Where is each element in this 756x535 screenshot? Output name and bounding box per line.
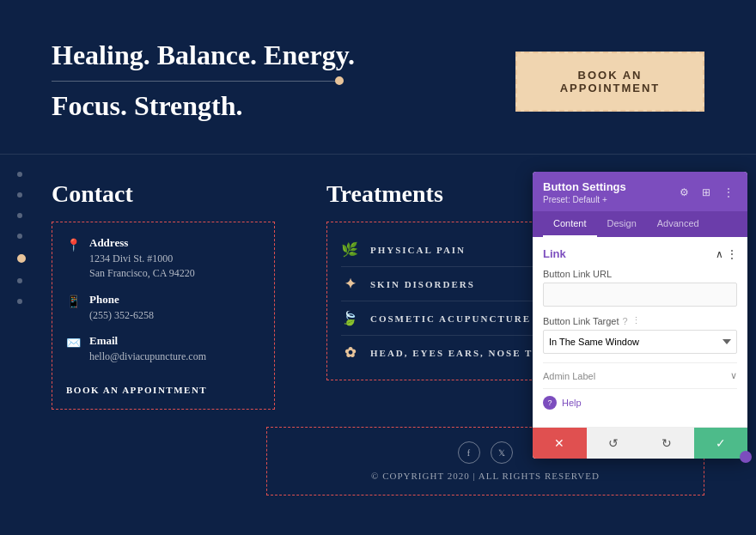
link-section-header: Link ∧ ⋮ — [543, 247, 737, 260]
redo-button[interactable]: ↻ — [640, 428, 694, 459]
phone-content: Phone (255) 352-6258 — [89, 293, 154, 323]
copyright-text: © COPYRIGHT 2020 | ALL RIGHTS RESERVED — [281, 471, 690, 481]
hero-divider — [52, 81, 344, 82]
skin-disorders-icon: ✦ — [341, 276, 360, 292]
drag-handle[interactable] — [740, 451, 752, 463]
dot-7[interactable] — [17, 299, 22, 304]
hero-title: Healing. Balance. Energy. Focus. Strengt… — [52, 38, 355, 124]
panel-tabs: Content Design Advanced — [533, 211, 747, 237]
phone-item: 📱 Phone (255) 352-6258 — [66, 293, 260, 323]
dot-1[interactable] — [17, 172, 22, 177]
button-link-target-select[interactable]: In The Same Window In A New Tab — [543, 330, 737, 354]
panel-header-icons: ⚙ ⊞ ⋮ — [675, 184, 737, 201]
button-settings-panel: Button Settings Preset: Default + ⚙ ⊞ ⋮ … — [533, 172, 747, 459]
divider-dot — [335, 76, 344, 85]
email-icon: ✉️ — [66, 336, 81, 350]
tab-advanced[interactable]: Advanced — [647, 211, 710, 237]
location-icon: 📍 — [66, 238, 81, 252]
link-section-label: Link — [543, 247, 566, 260]
panel-footer: ✕ ↺ ↻ ✓ — [533, 427, 747, 459]
dot-2[interactable] — [17, 192, 22, 198]
help-icon: ? — [543, 396, 557, 410]
admin-label-row: Admin Label ∨ — [543, 362, 737, 388]
button-link-url-input[interactable] — [543, 283, 737, 307]
chevron-down-icon[interactable]: ∨ — [730, 370, 737, 381]
address-content: Address 1234 Divi St. #1000 San Francisc… — [89, 236, 195, 281]
admin-label-text: Admin Label — [543, 371, 595, 381]
contact-box: 📍 Address 1234 Divi St. #1000 San Franci… — [52, 222, 275, 410]
expand-icon[interactable]: ⊞ — [698, 184, 715, 201]
contact-heading: Contact — [52, 180, 275, 208]
contact-book-link[interactable]: BOOK AN APPOINTMENT — [66, 376, 260, 395]
hero-section: Healing. Balance. Energy. Focus. Strengt… — [0, 0, 756, 155]
facebook-icon[interactable]: f — [458, 441, 480, 464]
help-row: ? Help — [543, 388, 737, 416]
link-section-controls: ∧ ⋮ — [716, 248, 737, 260]
panel-title: Button Settings — [543, 180, 626, 193]
button-link-url-label: Button Link URL — [543, 269, 737, 279]
twitter-icon[interactable]: 𝕏 — [491, 441, 513, 464]
button-link-target-label: Button Link Target ? ⋮ — [543, 315, 737, 326]
email-content: Email hello@diviacupuncture.com — [89, 334, 206, 364]
help-label[interactable]: Help — [562, 398, 582, 408]
chevron-up-icon[interactable]: ∧ — [716, 248, 723, 260]
panel-header: Button Settings Preset: Default + ⚙ ⊞ ⋮ — [533, 172, 747, 211]
contact-column: Contact 📍 Address 1234 Divi St. #1000 Sa… — [52, 180, 275, 410]
undo-button[interactable]: ↺ — [587, 428, 641, 459]
tab-design[interactable]: Design — [597, 211, 647, 237]
dot-3[interactable] — [17, 213, 22, 218]
cancel-button[interactable]: ✕ — [533, 428, 587, 459]
phone-icon: 📱 — [66, 295, 81, 309]
target-more-icon[interactable]: ⋮ — [631, 315, 641, 326]
head-eyes-icon: ✿ — [341, 344, 360, 361]
address-item: 📍 Address 1234 Divi St. #1000 San Franci… — [66, 236, 260, 281]
dot-6[interactable] — [17, 278, 22, 283]
panel-body: Link ∧ ⋮ Button Link URL Button Link Tar… — [533, 237, 747, 427]
dot-4[interactable] — [17, 234, 22, 239]
book-appointment-button[interactable]: BOOK AN APPOINTMENT — [515, 52, 704, 112]
dot-5-active[interactable] — [17, 254, 26, 263]
settings-icon[interactable]: ⚙ — [675, 184, 692, 201]
panel-title-area: Button Settings Preset: Default + — [543, 180, 626, 204]
cosmetic-acupuncture-icon: 🍃 — [341, 310, 360, 326]
panel-preset: Preset: Default + — [543, 195, 626, 204]
email-item: ✉️ Email hello@diviacupuncture.com — [66, 334, 260, 364]
hero-text: Healing. Balance. Energy. Focus. Strengt… — [52, 38, 355, 124]
physical-pain-icon: 🌿 — [341, 241, 360, 258]
help-tooltip-icon: ? — [622, 316, 627, 326]
side-navigation-dots — [17, 155, 26, 304]
more-icon[interactable]: ⋮ — [720, 184, 737, 201]
tab-content[interactable]: Content — [543, 211, 597, 237]
link-more-icon[interactable]: ⋮ — [727, 248, 737, 260]
